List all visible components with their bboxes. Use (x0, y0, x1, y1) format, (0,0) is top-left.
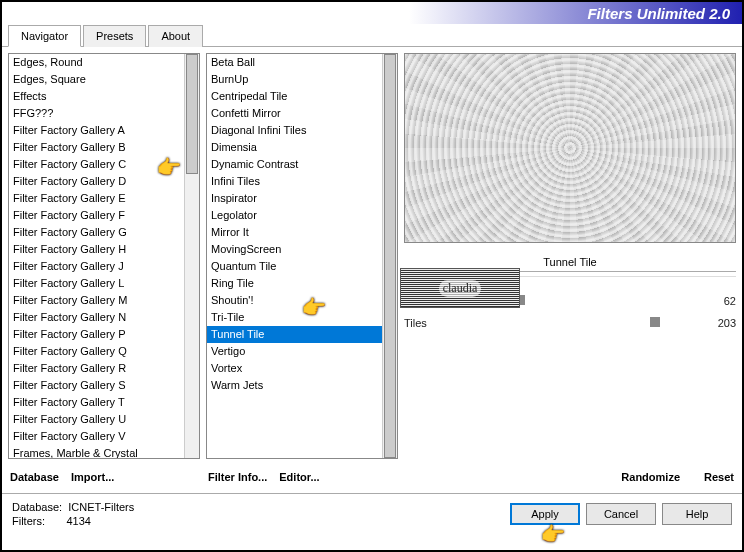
filter-item[interactable]: Ring Tile (207, 275, 382, 292)
tab-strip: Navigator Presets About (2, 24, 742, 47)
apply-button[interactable]: Apply (510, 503, 580, 525)
slider-track[interactable] (455, 315, 700, 331)
filter-item[interactable]: Centripedal Tile (207, 88, 382, 105)
category-item[interactable]: Filter Factory Gallery B (9, 139, 184, 156)
tab-presets[interactable]: Presets (83, 25, 146, 47)
tab-about[interactable]: About (148, 25, 203, 47)
preview-column: Tunnel Tile Depth62Tiles203 Randomize Re… (404, 53, 736, 487)
slider-label: Tiles (404, 317, 449, 329)
filter-item[interactable]: BurnUp (207, 71, 382, 88)
filter-item[interactable]: Shoutin'! (207, 292, 382, 309)
slider-row: Depth62 (404, 290, 736, 312)
filter-item[interactable]: Inspirator (207, 190, 382, 207)
filter-item[interactable]: Dynamic Contrast (207, 156, 382, 173)
tab-navigator[interactable]: Navigator (8, 25, 81, 47)
filter-info-button[interactable]: Filter Info... (206, 467, 269, 487)
category-item[interactable]: Filter Factory Gallery N (9, 309, 184, 326)
category-item[interactable]: Filter Factory Gallery F (9, 207, 184, 224)
filter-item[interactable]: Confetti Mirror (207, 105, 382, 122)
category-item[interactable]: Filter Factory Gallery L (9, 275, 184, 292)
editor-button[interactable]: Editor... (277, 467, 321, 487)
main-panel: Edges, RoundEdges, SquareEffectsFFG???Fi… (2, 47, 742, 493)
filter-item[interactable]: Vortex (207, 360, 382, 377)
footer: Database: ICNET-Filters Filters: 4134 Ap… (2, 493, 742, 534)
category-item[interactable]: Filter Factory Gallery S (9, 377, 184, 394)
preview-image (404, 53, 736, 243)
filter-item[interactable]: Tri-Tile (207, 309, 382, 326)
category-item[interactable]: Frames, Marble & Crystal (9, 445, 184, 458)
filter-item[interactable]: Mirror It (207, 224, 382, 241)
category-item[interactable]: Filter Factory Gallery M (9, 292, 184, 309)
category-item[interactable]: Filter Factory Gallery T (9, 394, 184, 411)
filter-item[interactable]: Quantum Tile (207, 258, 382, 275)
category-item[interactable]: Edges, Square (9, 71, 184, 88)
filter-item[interactable]: Beta Ball (207, 54, 382, 71)
slider-label: Depth (404, 295, 449, 307)
title-bar: Filters Unlimited 2.0 (2, 2, 742, 24)
category-item[interactable]: Effects (9, 88, 184, 105)
status-info: Database: ICNET-Filters Filters: 4134 (12, 500, 134, 528)
cancel-button[interactable]: Cancel (586, 503, 656, 525)
category-item[interactable]: Filter Factory Gallery P (9, 326, 184, 343)
filters-scrollbar[interactable] (382, 54, 397, 458)
category-item[interactable]: Filter Factory Gallery R (9, 360, 184, 377)
category-item[interactable]: Filter Factory Gallery H (9, 241, 184, 258)
reset-button[interactable]: Reset (702, 467, 736, 487)
category-item[interactable]: Filter Factory Gallery E (9, 190, 184, 207)
filter-item[interactable]: Legolator (207, 207, 382, 224)
category-item[interactable]: Filter Factory Gallery C (9, 156, 184, 173)
filter-item[interactable]: Diagonal Infini Tiles (207, 122, 382, 139)
filter-item[interactable]: Dimensia (207, 139, 382, 156)
app-title: Filters Unlimited 2.0 (587, 5, 730, 22)
filter-item[interactable]: Vertigo (207, 343, 382, 360)
category-item[interactable]: Filter Factory Gallery G (9, 224, 184, 241)
database-button[interactable]: Database (8, 467, 61, 487)
filter-item[interactable]: Infini Tiles (207, 173, 382, 190)
category-item[interactable]: Filter Factory Gallery A (9, 122, 184, 139)
slider-track[interactable] (455, 293, 700, 309)
category-item[interactable]: Filter Factory Gallery U (9, 411, 184, 428)
category-item[interactable]: Filter Factory Gallery J (9, 258, 184, 275)
filter-item[interactable]: MovingScreen (207, 241, 382, 258)
categories-scrollbar[interactable] (184, 54, 199, 458)
slider-value: 203 (706, 317, 736, 329)
categories-listbox[interactable]: Edges, RoundEdges, SquareEffectsFFG???Fi… (8, 53, 200, 459)
filters-listbox[interactable]: Beta BallBurnUpCentripedal TileConfetti … (206, 53, 398, 459)
randomize-button[interactable]: Randomize (619, 467, 682, 487)
sliders-panel: Depth62Tiles203 (404, 290, 736, 459)
slider-value: 62 (706, 295, 736, 307)
filter-name-label: Tunnel Tile (404, 253, 736, 272)
filter-item[interactable]: Warm Jets (207, 377, 382, 394)
category-item[interactable]: Filter Factory Gallery D (9, 173, 184, 190)
import-button[interactable]: Import... (69, 467, 116, 487)
category-item[interactable]: Edges, Round (9, 54, 184, 71)
help-button[interactable]: Help (662, 503, 732, 525)
category-item[interactable]: Filter Factory Gallery V (9, 428, 184, 445)
category-item[interactable]: Filter Factory Gallery Q (9, 343, 184, 360)
filters-column: Beta BallBurnUpCentripedal TileConfetti … (206, 53, 398, 487)
slider-row: Tiles203 (404, 312, 736, 334)
filter-item[interactable]: Tunnel Tile (207, 326, 382, 343)
category-item[interactable]: FFG??? (9, 105, 184, 122)
categories-column: Edges, RoundEdges, SquareEffectsFFG???Fi… (8, 53, 200, 487)
